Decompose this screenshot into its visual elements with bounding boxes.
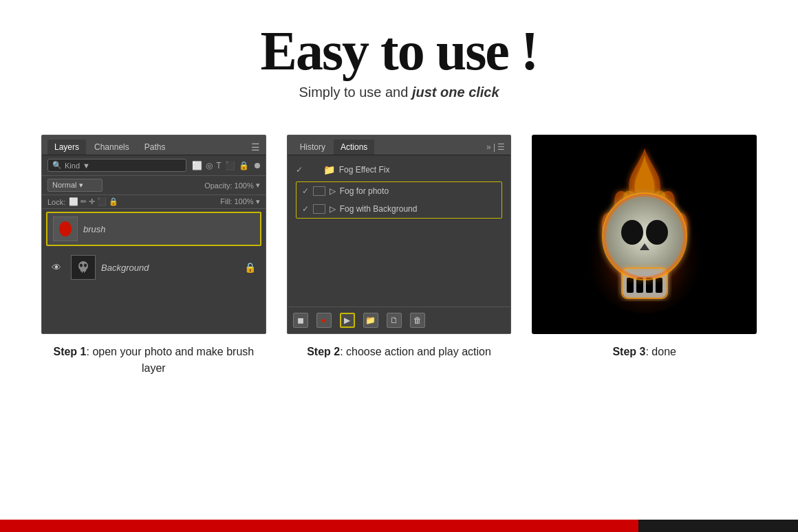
step-3: Step 3: done (532, 135, 757, 360)
ap-action-2-name: Fog with Background (340, 204, 418, 214)
search-icon: 🔍 (52, 161, 62, 170)
ap-delete-btn[interactable]: 🗑 (410, 313, 425, 328)
steps-container: Layers Channels Paths ☰ 🔍 Kind ▼ ⬜ ◎ T (0, 121, 798, 390)
ap-action-2-check: ✓ (302, 204, 309, 214)
step-3-desc: : done (645, 346, 676, 357)
title-handwritten: Easy to use ! (0, 21, 798, 81)
ps-tab-layers[interactable]: Layers (47, 140, 86, 155)
eye-icon: 👁 (52, 262, 65, 273)
step-3-image (532, 135, 757, 334)
ps-tab-channels[interactable]: Channels (87, 140, 136, 155)
svg-point-1 (59, 221, 72, 236)
dropdown-icon: ▼ (83, 162, 90, 170)
svg-point-8 (80, 264, 83, 267)
ps-layer-icons: ⬜ ◎ T ⬛ 🔒 (192, 161, 248, 170)
subtitle-text: Simply to use and (299, 85, 412, 100)
lock-icon-5: 🔒 (109, 197, 118, 206)
ap-record-btn[interactable]: ● (316, 313, 332, 328)
ps-opacity: Opacity: 100% ▾ (204, 181, 260, 190)
header-section: Easy to use ! Simply to use and just one… (0, 0, 798, 114)
step-1-caption: Step 1: open your photo and make brush l… (41, 344, 266, 377)
ps-search-toolbar: 🔍 Kind ▼ ⬜ ◎ T ⬛ 🔒 (42, 155, 266, 176)
lock-icon-3: ✛ (89, 197, 95, 206)
subtitle-bold: just one click (412, 85, 499, 100)
ap-action-2[interactable]: ✓ ▷ Fog with Background (296, 200, 502, 218)
step-2-image: History Actions » | ☰ ✓ 📁 Fog Effect Fix… (287, 135, 512, 334)
ps-search-box[interactable]: 🔍 Kind ▼ (47, 159, 186, 172)
ps-layer-background[interactable]: 👁 Back (46, 252, 261, 283)
step-2-label: Step 2 (307, 346, 340, 357)
ap-check-1: ✓ (296, 165, 303, 175)
ap-actions-box: ✓ ▷ Fog for photo ✓ ▷ Fog with Backgroun… (296, 181, 503, 219)
ap-tabs: History Actions » | ☰ (288, 135, 511, 155)
ap-stop-btn[interactable]: ◼ (293, 313, 308, 328)
svg-rect-6 (83, 271, 84, 274)
ps-icon-1: ⬜ (192, 161, 202, 170)
ap-action-2-box (313, 204, 325, 214)
step-3-label: Step 3 (612, 346, 645, 357)
ps-layer-brush[interactable]: brush (46, 212, 261, 246)
step-1: Layers Channels Paths ☰ 🔍 Kind ▼ ⬜ ◎ T (41, 135, 266, 377)
lock-icon-2: ✏ (80, 197, 87, 206)
svg-point-18 (621, 220, 643, 245)
bg-lock-icon: 🔒 (244, 262, 256, 273)
ps-tab-paths[interactable]: Paths (138, 140, 173, 155)
ps-icon-5: 🔒 (239, 161, 249, 170)
brush-thumb (53, 217, 78, 241)
step-1-desc: : open your photo and make brush layer (86, 346, 254, 374)
step-3-caption: Step 3: done (612, 344, 676, 360)
ps-blend-select[interactable]: Normal ▾ (47, 179, 103, 192)
ap-action-1-arrow: ▷ (330, 186, 336, 196)
ap-group-name: Fog Effect Fix (339, 165, 390, 175)
step-2-desc: : choose action and play action (340, 346, 491, 357)
step-2-caption: Step 2: choose action and play action (307, 344, 491, 360)
ap-action-1-check: ✓ (302, 186, 309, 196)
svg-point-3 (78, 261, 88, 271)
svg-rect-7 (85, 271, 86, 274)
svg-point-19 (646, 220, 668, 245)
ap-new-action-btn[interactable]: 📁 (363, 313, 378, 328)
lock-icon-4: ⬛ (97, 197, 107, 206)
step-1-label: Step 1 (53, 346, 86, 357)
svg-rect-14 (627, 278, 634, 293)
ps-icon-2: ◎ (206, 161, 213, 170)
lock-icon-1: ⬜ (69, 197, 78, 206)
bg-thumb (71, 255, 96, 280)
ap-content: ✓ 📁 Fog Effect Fix ✓ ▷ Fog for photo (288, 155, 511, 307)
skull-result (532, 135, 757, 334)
step-2: History Actions » | ☰ ✓ 📁 Fog Effect Fix… (287, 135, 512, 360)
ps-icon-4: ⬛ (225, 161, 235, 170)
ps-dot (255, 163, 260, 168)
ps-tabs: Layers Channels Paths ☰ (42, 135, 266, 155)
skull-svg (548, 135, 741, 334)
ap-play-btn[interactable]: ▶ (340, 313, 355, 328)
ap-tab-history[interactable]: History (293, 140, 332, 155)
ps-lock-icons: ⬜ ✏ ✛ ⬛ 🔒 (69, 197, 118, 206)
ps-icon-3: T (216, 161, 221, 170)
ps-lock-row: Lock: ⬜ ✏ ✛ ⬛ 🔒 Fill: 100% ▾ (42, 195, 266, 209)
svg-rect-5 (80, 271, 82, 274)
ap-arrows-icon: » | ☰ (486, 142, 505, 152)
kind-label: Kind (65, 162, 80, 170)
svg-rect-17 (656, 278, 662, 293)
svg-point-9 (84, 264, 87, 267)
ps-menu-icon: ☰ (251, 142, 260, 153)
ap-action-2-arrow: ▷ (330, 204, 336, 214)
brush-layer-name: brush (83, 224, 106, 234)
step-1-image: Layers Channels Paths ☰ 🔍 Kind ▼ ⬜ ◎ T (41, 135, 266, 334)
ap-action-1-name: Fog for photo (340, 186, 389, 196)
ap-group-row: ✓ 📁 Fog Effect Fix (293, 161, 506, 179)
ps-blend-row: Normal ▾ Opacity: 100% ▾ (42, 176, 266, 195)
ap-tab-actions[interactable]: Actions (334, 140, 374, 155)
bg-layer-name: Background (101, 263, 149, 273)
bottom-bar (0, 520, 798, 532)
subtitle: Simply to use and just one click (0, 85, 798, 100)
ap-toolbar: ◼ ● ▶ 📁 🗋 🗑 (288, 307, 511, 333)
ap-action-1[interactable]: ✓ ▷ Fog for photo (296, 182, 502, 200)
ap-action-1-box (313, 186, 325, 196)
ap-folder-icon: 📁 (323, 164, 335, 175)
ap-new-set-btn[interactable]: 🗋 (387, 313, 402, 328)
